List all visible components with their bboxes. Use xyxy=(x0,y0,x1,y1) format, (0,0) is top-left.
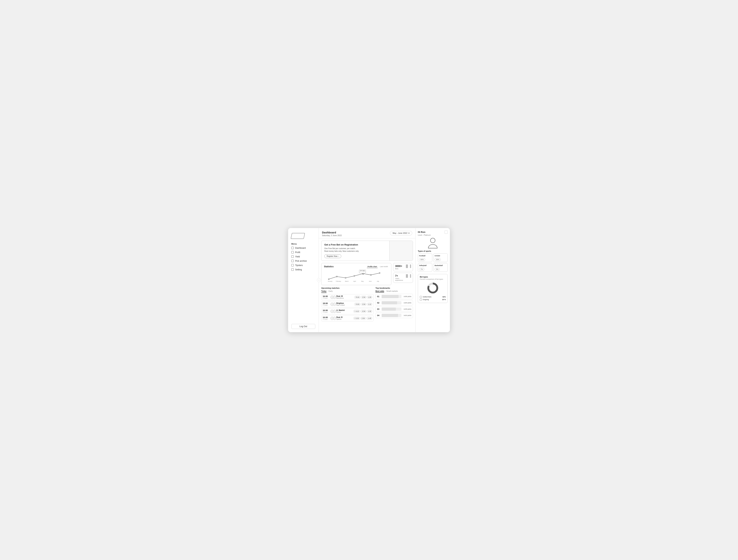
match-row[interactable]: 16:00 4 June Real. B Spezia + 5.322.54-1… xyxy=(321,315,374,321)
upcoming-matches-section: Upcoming matches Today Early 16:00 2 Jun… xyxy=(321,287,374,322)
svg-text:April: April xyxy=(353,280,356,282)
match-row[interactable]: 16:00 3 June A. Madrid Roma + 4.12-2.541… xyxy=(321,308,374,314)
date-range-label: May - June 2022 xyxy=(393,232,407,234)
bottom-row: Upcoming matches Today Early 16:00 2 Jun… xyxy=(321,287,413,322)
svg-point-8 xyxy=(336,276,337,277)
bookmark-number: 02 xyxy=(377,302,380,304)
sidebar-checkbox-pick-archive[interactable] xyxy=(291,260,294,262)
stats-title: Statistics xyxy=(324,265,334,268)
sport-card-cricket[interactable]: Cricket 30% xyxy=(433,253,448,262)
bookmark-number: 03 xyxy=(377,308,380,310)
menu-label: Menu xyxy=(291,243,315,245)
sidebar-item-profit[interactable]: Profit xyxy=(291,251,315,254)
svg-point-7 xyxy=(328,279,329,280)
match-row[interactable]: 16:00 2 June Real. M Barcelona +5.612.54… xyxy=(321,294,374,300)
odd-chip: 1.26 xyxy=(367,296,372,299)
match-teams-icon xyxy=(330,310,336,313)
tab-last-month[interactable]: Last month xyxy=(379,265,389,268)
promo-content: Get a Free Bet on Registration One Free … xyxy=(321,241,389,261)
sport-name: Football xyxy=(419,255,425,257)
sidebar-checkbox-profit[interactable] xyxy=(291,251,294,253)
level-label: Level - Platinum xyxy=(418,234,448,236)
sidebar-item-yield[interactable]: Yield xyxy=(291,255,315,258)
sidebar-item-setting[interactable]: Setting xyxy=(291,268,315,271)
bookmark-row[interactable]: 03 1229 picks xyxy=(375,306,413,312)
page-title: Dashboard xyxy=(322,231,342,234)
sport-pct-badge: 7% xyxy=(419,268,424,271)
sidebar-label-yield: Yield xyxy=(295,255,300,258)
sidebar-item-tipsters[interactable]: Tipsters xyxy=(291,264,315,267)
match-time: 18:00 2 June xyxy=(323,302,330,306)
match-row[interactable]: 18:00 2 June Brighton Man United +3.612.… xyxy=(321,301,374,307)
sidebar-checkbox-setting[interactable] xyxy=(291,268,294,271)
odd-chip: 1.32 xyxy=(367,310,372,313)
sidebar-checkbox-tipsters[interactable] xyxy=(291,264,294,266)
team-circle-b xyxy=(333,310,336,313)
odd-chip: 2.54 xyxy=(361,317,366,320)
bookmark-bar xyxy=(382,301,397,304)
sidebar-collapse-button[interactable]: ‹ xyxy=(317,278,321,282)
match-teams-icon xyxy=(330,317,336,320)
experience-label: Years experience xyxy=(395,278,405,281)
tab-early[interactable]: Early xyxy=(329,290,333,293)
sidebar-label-dashboard: Dashboard xyxy=(295,247,306,249)
register-now-button[interactable]: Register Now ‹ xyxy=(324,254,341,258)
tab-profile-chart[interactable]: Profile chart xyxy=(367,265,378,268)
bookmark-row[interactable]: 01 1430 picks xyxy=(375,294,413,299)
team-circle-b xyxy=(333,317,336,320)
sidebar-item-dashboard[interactable]: Dashboard xyxy=(291,247,315,249)
arrow-icon: ‹ xyxy=(338,255,339,257)
upcoming-title: Upcoming matches xyxy=(321,287,374,289)
bookmark-row[interactable]: 02 1320 picks xyxy=(375,300,413,305)
svg-text:January: January xyxy=(328,280,332,282)
bookmark-bar xyxy=(382,295,398,298)
bar-chart-icon: ▐▌▐ xyxy=(405,265,411,268)
bookmark-picks: 1320 picks xyxy=(403,302,411,304)
sport-pct-badge: 60% xyxy=(419,258,425,261)
bet-types-title: Bet types xyxy=(420,276,446,278)
team-circle-b xyxy=(333,303,336,306)
header-date: Saturday, 2 June 2022 xyxy=(322,234,342,237)
odds-row: + 4.12-2.541.32 xyxy=(353,310,372,313)
bet-legend-checkbox[interactable] xyxy=(420,296,422,298)
sidebar-checkbox-yield[interactable] xyxy=(291,255,294,258)
odd-chip: 2.54 xyxy=(361,296,366,299)
main-header: Dashboard Saturday, 2 June 2022 May - Ju… xyxy=(319,228,415,239)
bookmark-row[interactable]: 04 1410 picks xyxy=(375,313,413,318)
bookmark-picks: 1410 picks xyxy=(403,314,411,316)
bookmark-tabs: Best odds Small markets xyxy=(375,290,413,293)
bet-legend-checkbox[interactable] xyxy=(420,299,422,301)
stats-card-header: Statistics Profile chart Last month xyxy=(324,265,389,268)
tab-best-odds[interactable]: Best odds xyxy=(375,290,384,293)
bets-card: 3000+ Bets ▐▌▐ xyxy=(393,263,413,271)
tab-small-markets[interactable]: Small markets xyxy=(386,290,398,293)
odds-row: +5.612.541.26 xyxy=(354,296,372,299)
panel-action-button[interactable] xyxy=(444,231,448,234)
avatar-wrap xyxy=(418,238,448,248)
svg-point-13 xyxy=(379,272,380,273)
svg-point-10 xyxy=(354,275,355,276)
match-name: Brighton Man United xyxy=(336,302,353,306)
sport-card-volleyball[interactable]: Volleyball 7% xyxy=(418,263,432,272)
logout-button[interactable]: Log Out xyxy=(291,324,315,329)
sport-card-football[interactable]: Football 60% xyxy=(418,253,432,262)
sports-grid: Football 60% Cricket 30% Volleyball 7% B… xyxy=(418,253,448,272)
experience-value: 7+ xyxy=(395,274,405,277)
sidebar-item-pick-archive[interactable]: Pick archive xyxy=(291,260,315,262)
svg-text:10+ wins: 10+ wins xyxy=(360,270,365,271)
tab-today[interactable]: Today xyxy=(321,290,327,293)
bookmarks-title: Top bookmarks xyxy=(375,287,413,289)
sport-card-basketball[interactable]: Basketball 3% xyxy=(433,263,448,272)
experience-card: 7+ Years experience ▐▌▐ xyxy=(393,273,413,283)
bet-legend-pct: 18 % xyxy=(442,299,446,300)
sidebar-checkbox-dashboard[interactable] xyxy=(291,247,294,249)
match-name: A. Madrid Roma xyxy=(336,309,352,313)
odd-chip: -1.45 xyxy=(366,317,372,320)
chevron-down-icon: ▾ xyxy=(408,232,410,234)
svg-text:July: July xyxy=(377,280,379,282)
odds-row: + 5.322.54-1.45 xyxy=(353,317,372,320)
bookmarks-section: Top bookmarks Best odds Small markets 01… xyxy=(375,287,413,322)
date-range-picker[interactable]: May - June 2022 ▾ xyxy=(390,231,412,235)
svg-text:February: February xyxy=(336,280,341,282)
sidebar-label-pick-archive: Pick archive xyxy=(295,260,307,262)
